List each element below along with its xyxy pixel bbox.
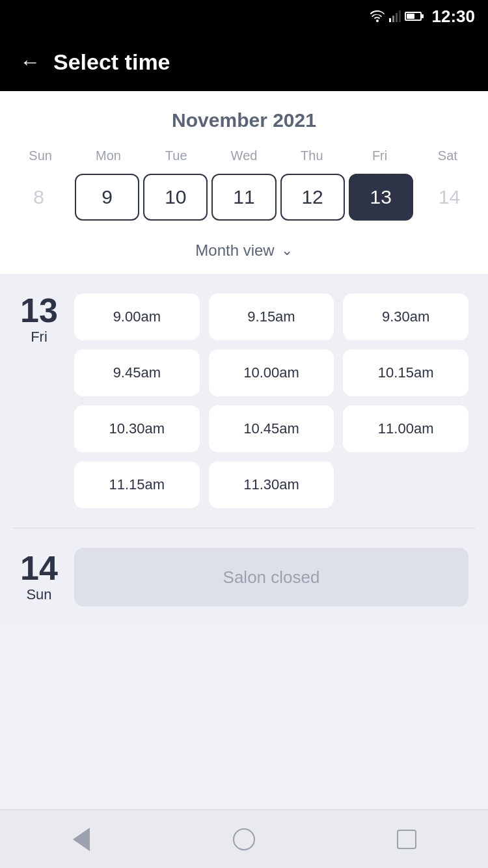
time-slot-930am[interactable]: 9.30am [343, 293, 468, 340]
weekday-sat: Sat [414, 144, 481, 167]
nav-recent-button[interactable] [387, 820, 426, 859]
wifi-icon [370, 10, 385, 22]
status-bar: 12:30 [0, 0, 488, 33]
calendar-section: November 2021 Sun Mon Tue Wed Thu Fri Sa… [0, 91, 488, 274]
nav-home-icon [233, 828, 255, 850]
page-title: Select time [53, 49, 170, 75]
nav-recent-icon [397, 830, 416, 849]
day-12[interactable]: 12 [280, 174, 345, 221]
svg-rect-1 [392, 16, 394, 22]
battery-icon [405, 12, 422, 21]
day-13-name: Fri [31, 329, 47, 346]
day-9[interactable]: 9 [75, 174, 139, 221]
time-slot-915am[interactable]: 9.15am [209, 293, 334, 340]
day-13[interactable]: 13 [349, 174, 413, 221]
month-view-label: Month view [195, 241, 274, 260]
bottom-nav [0, 809, 488, 868]
nav-home-button[interactable] [224, 820, 264, 859]
calendar-days: 8 9 10 11 12 13 14 [0, 174, 488, 232]
day-14-block: 14 Sun Salon closed [0, 528, 488, 626]
time-slot-1100am[interactable]: 11.00am [343, 405, 468, 452]
header: ← Select time [0, 33, 488, 91]
svg-rect-0 [389, 18, 391, 22]
weekday-fri: Fri [346, 144, 413, 167]
time-slots-section: 13 Fri 9.00am 9.15am 9.30am 9.45am 10.00… [0, 274, 488, 626]
day-8[interactable]: 8 [7, 174, 71, 221]
weekday-wed: Wed [210, 144, 278, 167]
status-icons [370, 10, 422, 22]
time-slot-1015am[interactable]: 10.15am [343, 349, 468, 396]
nav-back-icon [73, 828, 90, 851]
calendar-month: November 2021 [0, 109, 488, 131]
back-button[interactable]: ← [20, 51, 40, 72]
time-slot-1045am[interactable]: 10.45am [209, 405, 334, 452]
time-grid-13: 9.00am 9.15am 9.30am 9.45am 10.00am 10.1… [74, 293, 468, 508]
nav-back-button[interactable] [62, 820, 101, 859]
month-view-toggle[interactable]: Month view ⌄ [0, 232, 488, 274]
svg-rect-3 [399, 10, 401, 22]
weekday-thu: Thu [278, 144, 346, 167]
chevron-down-icon: ⌄ [281, 242, 293, 259]
svg-rect-2 [396, 13, 398, 22]
weekday-mon: Mon [74, 144, 142, 167]
day-14-name: Sun [26, 586, 51, 603]
day-14[interactable]: 14 [417, 174, 481, 221]
day-13-label: 13 Fri [20, 293, 59, 346]
weekday-tue: Tue [142, 144, 210, 167]
day-11[interactable]: 11 [211, 174, 276, 221]
status-time: 12:30 [432, 7, 476, 27]
time-slot-1000am[interactable]: 10.00am [209, 349, 334, 396]
weekday-sun: Sun [7, 144, 74, 167]
time-slot-900am[interactable]: 9.00am [74, 293, 200, 340]
time-slot-945am[interactable]: 9.45am [74, 349, 200, 396]
time-slot-1030am[interactable]: 10.30am [74, 405, 200, 452]
day-13-block: 13 Fri 9.00am 9.15am 9.30am 9.45am 10.00… [0, 274, 488, 528]
day-14-label: 14 Sun [20, 551, 59, 603]
calendar-weekdays: Sun Mon Tue Wed Thu Fri Sat [0, 144, 488, 167]
day-14-number: 14 [20, 551, 58, 585]
battery-fill [407, 14, 414, 19]
salon-closed-message: Salon closed [74, 548, 468, 606]
day-13-number: 13 [20, 293, 58, 327]
signal-icon [389, 10, 401, 22]
time-slot-1130am[interactable]: 11.30am [209, 461, 334, 508]
time-slot-1115am[interactable]: 11.15am [74, 461, 200, 508]
day-10[interactable]: 10 [143, 174, 208, 221]
